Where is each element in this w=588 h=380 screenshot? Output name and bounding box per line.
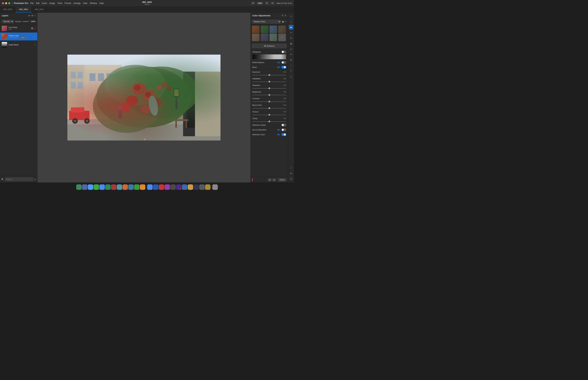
share-button[interactable]: ⬆ xyxy=(265,1,269,5)
dock-calendar[interactable]: 1 xyxy=(122,184,128,190)
preset-thumb-4[interactable] xyxy=(278,26,286,33)
layer-sound-icon[interactable]: 🔇 xyxy=(31,27,33,29)
layer-item-image-layer[interactable]: Image Layer 5712 × 4284 px Mask ▾ ✓ xyxy=(0,33,37,41)
opacity-slider[interactable] xyxy=(23,21,29,22)
reset-button[interactable]: Reset xyxy=(278,178,286,182)
menu-tools[interactable]: Tools xyxy=(57,2,62,4)
tool-select[interactable]: ↑ xyxy=(289,63,293,68)
preset-thumb-2[interactable] xyxy=(261,26,268,33)
minimize-button[interactable] xyxy=(5,2,7,4)
white-balance-row[interactable]: White Balance ML xyxy=(251,60,288,65)
sidebar-toggle-button[interactable]: ⊟ xyxy=(251,1,255,5)
dock-maps[interactable] xyxy=(105,184,111,190)
layer-visibility-depth-icon[interactable]: ◻ xyxy=(34,43,36,46)
tool-heal[interactable]: ⟲ xyxy=(289,36,293,40)
blend-mode-select[interactable]: Normal xyxy=(2,20,14,23)
tool-clone[interactable]: ◉ xyxy=(289,41,293,46)
dock-pixelmator[interactable] xyxy=(153,184,158,190)
tool-shape[interactable]: △ xyxy=(289,74,293,78)
hue-saturation-toggle[interactable] xyxy=(281,128,286,131)
tool-crop[interactable]: ⊹ xyxy=(289,19,293,24)
tool-dodge-burn[interactable]: ⊕ xyxy=(289,57,293,62)
hdr-button[interactable]: HDR xyxy=(257,2,263,5)
tab-img0610[interactable]: IMG_0610 xyxy=(32,6,47,13)
dock-mail[interactable] xyxy=(99,184,105,190)
hue-saturation-row[interactable]: Hue & Saturation ML xyxy=(251,127,288,132)
tool-cursor-bottom[interactable]: ⊡ xyxy=(289,176,293,181)
selective-color-toggle[interactable] xyxy=(281,133,286,136)
dock-chrome[interactable] xyxy=(182,184,187,190)
adj-list-view-button[interactable]: ☰ xyxy=(272,178,276,181)
tool-search-zoom[interactable]: ⊕ xyxy=(289,171,293,176)
selective-clarity-toggle[interactable] xyxy=(281,124,286,126)
close-button[interactable] xyxy=(2,2,4,4)
menu-edit[interactable]: Edit xyxy=(36,2,39,4)
dock-trash[interactable] xyxy=(212,184,218,190)
selective-color-row[interactable]: Selective Color ML xyxy=(251,132,288,137)
dock-craft[interactable] xyxy=(188,184,193,190)
search-input[interactable] xyxy=(5,177,33,181)
menu-format[interactable]: Format xyxy=(64,2,71,4)
ml-enhance-button[interactable]: ML Enhance xyxy=(252,44,286,48)
dock-app-store[interactable] xyxy=(128,184,134,190)
preset-dropdown[interactable]: Modern Films xyxy=(252,20,281,23)
tab-img0972[interactable]: IMG_0972 xyxy=(0,6,16,13)
dock-pages[interactable] xyxy=(140,184,145,190)
black-point-slider[interactable] xyxy=(252,108,286,109)
clarity-slider[interactable] xyxy=(252,121,286,122)
dock-app-store-2[interactable] xyxy=(147,184,153,190)
canvas-area[interactable] xyxy=(38,13,250,183)
preset-thumb-6[interactable] xyxy=(261,34,268,41)
adj-options-icon[interactable]: ↺ xyxy=(281,15,283,17)
contrast-slider[interactable] xyxy=(252,101,286,102)
preset-thumb-7[interactable] xyxy=(269,34,277,41)
brightness-slider[interactable] xyxy=(252,95,286,95)
texture-slider[interactable] xyxy=(252,115,286,115)
dock-facetime[interactable] xyxy=(117,184,122,190)
preset-thumb-1[interactable] xyxy=(252,26,260,33)
basic-row[interactable]: Basic ML xyxy=(251,65,288,70)
adj-grid-view-button[interactable]: ⊞ xyxy=(268,178,271,181)
basic-toggle[interactable] xyxy=(281,66,286,69)
shadows-slider[interactable] xyxy=(252,88,286,89)
menu-file[interactable]: File xyxy=(30,2,34,4)
preset-add-button[interactable]: + xyxy=(278,34,286,41)
tab-img0004[interactable]: IMG_0004 xyxy=(16,6,31,13)
exposure-slider[interactable] xyxy=(252,75,286,75)
menu-help[interactable]: Help xyxy=(99,2,104,4)
adj-more-icon[interactable]: ✕ xyxy=(285,15,286,17)
layers-add-icon[interactable]: + xyxy=(34,15,36,17)
highlights-slider[interactable] xyxy=(252,81,286,82)
dock-iphone-mirror[interactable] xyxy=(170,184,176,190)
fullscreen-button[interactable] xyxy=(8,2,10,4)
layer-item-depth-mask[interactable]: Depth Mask ◻ xyxy=(0,41,37,49)
menu-window[interactable]: Window xyxy=(90,2,97,4)
histogram-toggle[interactable] xyxy=(281,51,286,53)
menu-image[interactable]: Image xyxy=(49,2,55,4)
dock-slack[interactable] xyxy=(176,184,182,190)
menu-view[interactable]: View xyxy=(83,2,87,4)
search-add-icon[interactable]: ⊕ xyxy=(34,178,36,180)
menu-arrange[interactable]: Arrange xyxy=(73,2,81,4)
white-balance-toggle[interactable] xyxy=(281,61,286,64)
preset-thumb-5[interactable] xyxy=(252,34,260,41)
tool-adjust[interactable]: ◈ xyxy=(289,25,293,30)
selective-clarity-row[interactable]: Selective Clarity xyxy=(251,123,288,127)
dock-launchpad[interactable] xyxy=(82,184,87,190)
tool-erase[interactable]: ◻ xyxy=(289,47,293,51)
tool-cursor[interactable]: ↖ xyxy=(289,14,293,19)
tool-paint[interactable]: ✏ xyxy=(289,30,293,35)
layer-item-live-photo[interactable]: Live Photo 0:03 🔇 ◻ xyxy=(0,24,37,33)
layer-visibility-icon[interactable]: ◻ xyxy=(34,27,36,29)
layers-options-icon[interactable]: ⊖ xyxy=(28,15,30,17)
dock-preview[interactable] xyxy=(199,184,205,190)
layer-mask-badge[interactable]: Mask xyxy=(20,37,25,38)
dock-podcasts[interactable] xyxy=(165,184,170,190)
dock-music[interactable] xyxy=(159,184,164,190)
preset-more-icon[interactable]: ✕ xyxy=(285,20,286,23)
dock-epic-games[interactable] xyxy=(193,184,199,190)
tool-eyedropper[interactable]: ✧ xyxy=(289,166,293,170)
menu-insert[interactable]: Insert xyxy=(42,2,47,4)
tool-blur[interactable]: ✦ xyxy=(289,52,293,57)
dock-archive-utility[interactable] xyxy=(205,184,210,190)
